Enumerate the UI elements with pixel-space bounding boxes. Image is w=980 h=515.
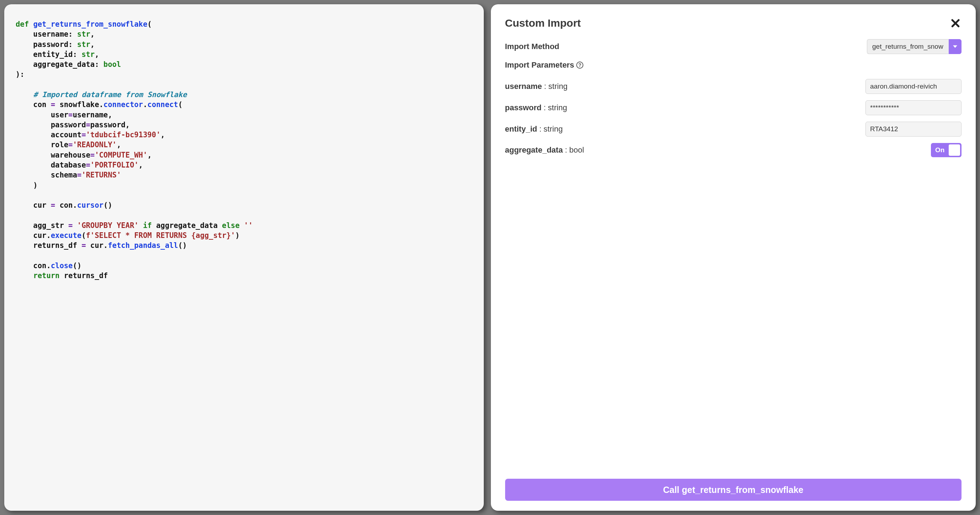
import-method-row: Import Method get_returns_from_snow (505, 39, 962, 54)
param-label-aggregate-data: aggregate_data : bool (505, 145, 584, 155)
custom-import-panel: Custom Import Import Method get_returns_… (491, 4, 976, 511)
aggregate-data-toggle[interactable]: On (931, 143, 961, 157)
import-method-select[interactable]: get_returns_from_snow (867, 39, 961, 54)
svg-marker-0 (953, 45, 957, 48)
help-icon[interactable]: ? (576, 62, 583, 68)
close-icon[interactable] (950, 17, 961, 29)
toggle-state-label: On (935, 146, 944, 154)
param-row-aggregate-data: aggregate_data : bool On (505, 143, 962, 157)
call-button[interactable]: Call get_returns_from_snowflake (505, 479, 962, 501)
param-label-username: username : string (505, 82, 568, 91)
entity-id-field[interactable] (865, 122, 961, 137)
param-row-password: password : string (505, 100, 962, 115)
param-label-entity-id: entity_id : string (505, 124, 563, 134)
param-label-password: password : string (505, 103, 567, 112)
toggle-knob (949, 145, 960, 156)
chevron-down-icon (949, 39, 961, 54)
import-method-value: get_returns_from_snow (867, 39, 949, 54)
import-method-label: Import Method (505, 42, 560, 51)
panel-title: Custom Import (505, 17, 581, 29)
param-row-entity-id: entity_id : string (505, 122, 962, 137)
password-field[interactable] (865, 100, 961, 115)
param-row-username: username : string (505, 79, 962, 94)
import-parameters-label: Import Parameters ? (505, 60, 583, 70)
form-header: Custom Import (505, 17, 962, 29)
import-parameters-row: Import Parameters ? (505, 60, 962, 70)
code-block: def get_returns_from_snowflake( username… (16, 19, 473, 281)
username-field[interactable] (865, 79, 961, 94)
code-panel: def get_returns_from_snowflake( username… (4, 4, 484, 511)
